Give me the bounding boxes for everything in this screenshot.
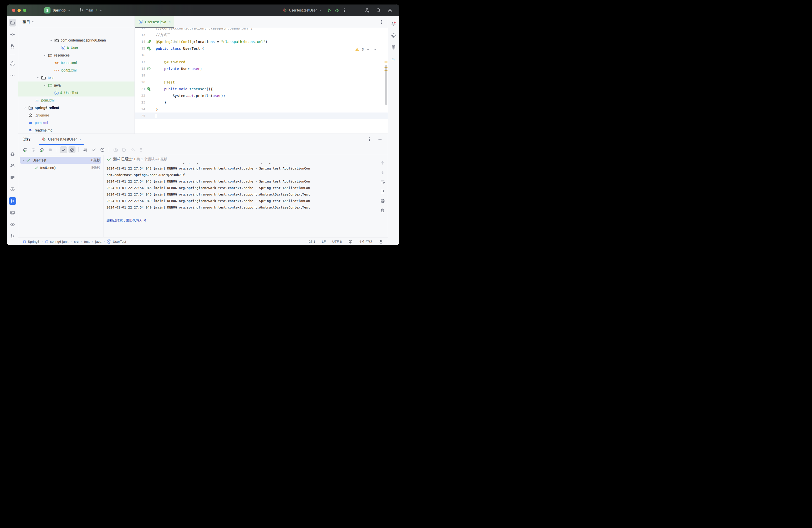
code-line-18[interactable]: 18 private User user; [135,65,388,72]
file-encoding[interactable]: UTF-8 [332,240,342,244]
tool-strip-terminal-button[interactable] [9,209,16,217]
next-warning-icon[interactable] [374,48,377,51]
tree-item-log4j2.xml[interactable]: </>log4j2.xml [18,67,134,74]
arrow-down-left-button[interactable] [90,146,97,153]
close-tab-icon[interactable]: × [168,20,171,24]
autowired-gutter-icon[interactable] [145,67,153,71]
breadcrumb-java[interactable]: java [95,240,102,244]
rerun-failed-button[interactable] [30,146,37,153]
breadcrumb-spring6-junit[interactable]: spring6-junit [45,240,69,244]
tab-options-button[interactable] [379,16,388,28]
tree-item-java[interactable]: java [18,82,134,89]
tool-strip-ai-swirl-button[interactable] [390,32,397,39]
tree-item-test[interactable]: test [18,74,134,82]
arrow-up-button[interactable] [380,161,385,166]
ban-button[interactable] [69,146,75,153]
tree-item-User[interactable]: CUser [18,44,134,52]
tree-item-com.codermast.spring6.bean[interactable]: com.codermast.spring6.bean [18,36,134,44]
chevron-down-icon[interactable] [48,39,54,42]
code-line-23[interactable]: 23 } [135,99,388,106]
tree-item-pom.xml[interactable]: mpom.xml [18,119,134,127]
export-button[interactable] [120,146,128,153]
code-line-13[interactable]: 13//方式二 [135,31,388,38]
stop-button[interactable] [47,146,54,153]
tool-strip-database-button[interactable] [390,44,397,51]
chevron-down-icon[interactable] [22,159,25,162]
tool-strip-todo-lines-button[interactable] [9,174,16,181]
chevron-down-icon[interactable] [35,76,41,79]
code-line-21[interactable]: 21 public void testUser(){ [135,86,388,92]
line-separator[interactable]: LF [322,240,326,244]
tool-strip-maven-button[interactable]: m [390,55,397,63]
chevron-right-icon[interactable] [22,106,28,109]
test-tree-item-testUser()[interactable]: testUser()8毫秒 [18,164,103,172]
code-line-19[interactable]: 19 [135,72,388,79]
gauge-button[interactable] [129,146,136,153]
editor-scrollbar[interactable] [385,65,387,105]
tree-item-readme.md[interactable]: M↓readme.md [18,127,134,133]
code-editor[interactable]: 12//@ContextConfiguration("classpath:bea… [135,28,388,133]
tree-item-beans.xml[interactable]: </>beans.xml [18,59,134,67]
run-configuration-selector[interactable]: UserTest.testUser [282,8,322,13]
tool-strip-bug-button[interactable] [9,150,16,158]
breadcrumb-Spring6[interactable]: Spring6 [23,240,40,244]
console-output[interactable]: 2024-01-01 22:27:54 941 [main] DEBUG org… [103,163,377,237]
warning-stripe-mark[interactable] [385,61,388,62]
debug-button[interactable] [333,6,340,14]
tool-strip-structure-button[interactable] [9,60,16,67]
tool-strip-commit-button[interactable] [9,31,16,38]
breadcrumb-src[interactable]: src [74,240,78,244]
project-widget[interactable]: S Spring6 [44,7,71,14]
breadcrumb-UserTest[interactable]: CUserTest [107,239,126,244]
test-tree-item-UserTest[interactable]: UserTest8毫秒 [18,157,103,164]
search-everywhere-button[interactable] [376,8,381,13]
project-panel-header[interactable]: 项目 [18,16,134,28]
caret-position[interactable]: 25:1 [309,240,315,244]
hide-panel-button[interactable] [378,137,382,142]
test-run-gutter-icon[interactable] [145,87,153,91]
run-button[interactable] [325,6,333,14]
code-line-17[interactable]: 17 @Autowired [135,59,388,65]
camera-button[interactable] [112,146,119,153]
code-line-25[interactable]: 25 [135,113,388,119]
git-branch-widget[interactable]: main ↗ [79,8,102,13]
prev-warning-icon[interactable] [366,48,369,51]
spring-leaf-gutter-icon[interactable] [145,40,153,44]
code-line-12[interactable]: 12//@ContextConfiguration("classpath:bea… [135,28,388,31]
kebab-button[interactable] [137,146,145,153]
check-button[interactable] [60,146,67,153]
tool-strip-hammer-button[interactable] [9,162,16,170]
test-run-gutter-icon[interactable] [145,46,153,51]
inspections-status-icon[interactable] [348,239,353,244]
chevron-down-icon[interactable] [42,54,47,57]
zoom-window-button[interactable] [23,9,26,12]
code-with-me-button[interactable] [364,8,369,13]
arrow-down-button[interactable] [380,170,385,176]
settings-button[interactable] [388,8,392,13]
soft-wrap-button[interactable] [380,179,385,185]
code-line-15[interactable]: 15public class UserTest { [135,45,388,52]
indent-setting[interactable]: 4 个空格 [359,239,372,244]
tree-item-UserTest[interactable]: CUserTest [18,89,134,97]
lock-open-icon[interactable] [379,239,383,244]
tree-item-spring6-reflect[interactable]: spring6-reflect [18,104,134,112]
code-line-14[interactable]: 14@SpringJUnitConfig(locations = "classp… [135,38,388,45]
more-actions-button[interactable] [340,6,348,14]
rerun-auto-button[interactable] [38,146,45,153]
code-line-22[interactable]: 22 System.out.println(user); [135,92,388,99]
close-window-button[interactable] [12,9,15,12]
scroll-end-button[interactable] [380,189,385,195]
tool-strip-pull-request-button[interactable] [9,43,16,50]
close-tab-icon[interactable]: × [79,137,81,141]
tool-strip-vcs-branch-button[interactable] [9,233,16,240]
tool-strip-services-button[interactable] [9,186,16,193]
breadcrumb-test[interactable]: test [84,240,90,244]
editor-tab-usertest[interactable]: C UserTest.java × [135,16,174,28]
clock-button[interactable] [99,146,106,153]
chevron-down-icon[interactable] [42,84,47,87]
tool-strip-bell-button[interactable] [390,20,397,28]
code-line-24[interactable]: 24} [135,106,388,113]
inspections-widget[interactable]: 3 [355,47,377,52]
code-line-20[interactable]: 20 @Test [135,79,388,86]
tree-item-resources[interactable]: resources [18,52,134,59]
